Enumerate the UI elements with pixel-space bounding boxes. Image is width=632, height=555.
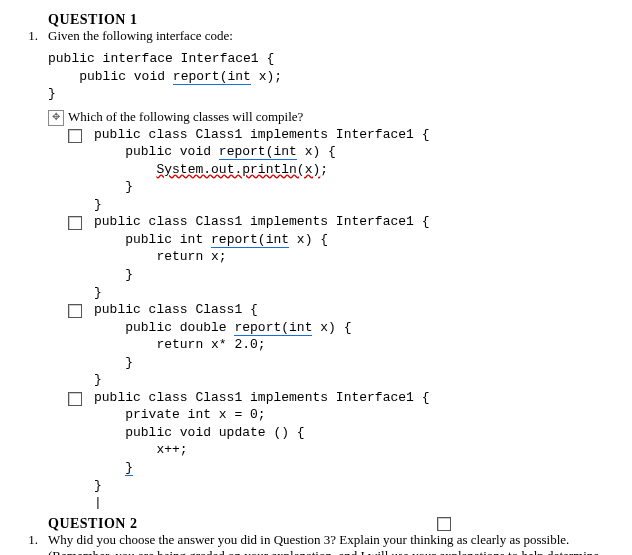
option-a-checkbox[interactable] bbox=[68, 129, 82, 143]
option-c-checkbox[interactable] bbox=[68, 304, 82, 318]
q1-subquestion-text: Which of the following classes will comp… bbox=[68, 109, 612, 125]
list-number: 1. bbox=[20, 532, 38, 548]
question-1-header: QUESTION 1 bbox=[48, 12, 612, 28]
list-number: 1. bbox=[20, 28, 38, 44]
q1-interface-code: public interface Interface1 { public voi… bbox=[48, 50, 612, 103]
question-2-header-row: QUESTION 2 bbox=[48, 516, 612, 532]
spell-flag: System.out.println(x) bbox=[156, 162, 320, 177]
option-d-checkbox[interactable] bbox=[68, 392, 82, 406]
table-move-handle-icon[interactable]: ✥ bbox=[48, 110, 64, 126]
q1-subquestion-row: ✥ Which of the following classes will co… bbox=[48, 109, 612, 126]
option-a-row: public class Class1 implements Interface… bbox=[68, 126, 612, 214]
option-c-code: public class Class1 { public double repo… bbox=[94, 301, 351, 389]
option-b-row: public class Class1 implements Interface… bbox=[68, 213, 612, 301]
option-a-code: public class Class1 implements Interface… bbox=[94, 126, 429, 214]
q2-checkbox[interactable] bbox=[437, 517, 451, 531]
option-d-row: public class Class1 implements Interface… bbox=[68, 389, 612, 512]
q2-prompt-row: 1. Why did you choose the answer you did… bbox=[20, 532, 612, 555]
text-cursor: | bbox=[94, 495, 102, 510]
grammar-flag: report(int bbox=[173, 69, 251, 85]
option-b-code: public class Class1 implements Interface… bbox=[94, 213, 429, 301]
option-c-row: public class Class1 { public double repo… bbox=[68, 301, 612, 389]
option-b-checkbox[interactable] bbox=[68, 216, 82, 230]
q1-prompt-row: 1. Given the following interface code: bbox=[20, 28, 612, 44]
option-d-code: public class Class1 implements Interface… bbox=[94, 389, 429, 512]
q1-prompt-text: Given the following interface code: bbox=[48, 28, 612, 44]
question-2-header: QUESTION 2 bbox=[48, 516, 137, 532]
q2-prompt-text: Why did you choose the answer you did in… bbox=[48, 532, 612, 555]
